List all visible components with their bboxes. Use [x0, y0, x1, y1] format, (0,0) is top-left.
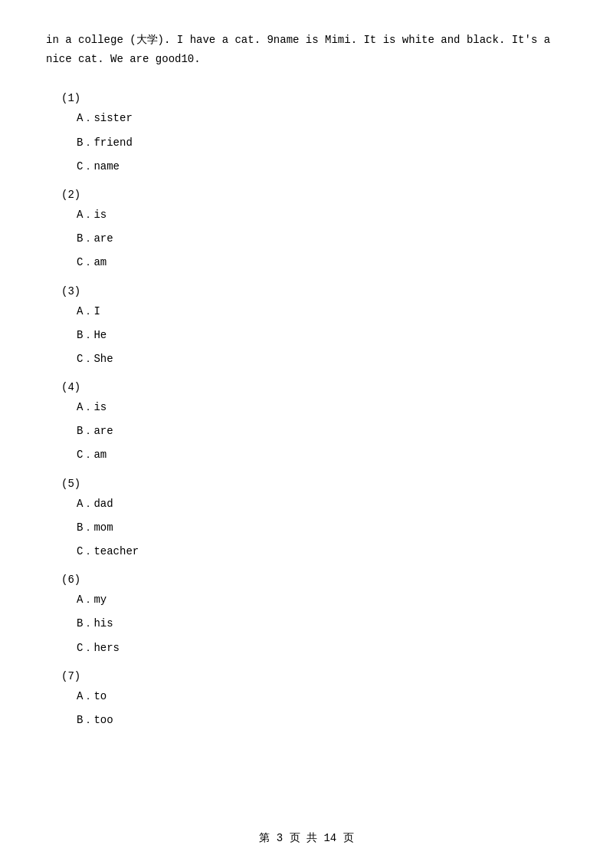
- question-number-2: (2): [61, 189, 567, 201]
- page-footer: 第 3 页 共 14 页: [0, 831, 613, 845]
- question-4-option-1[interactable]: A．is: [77, 398, 567, 417]
- question-4-option-3[interactable]: C．am: [77, 446, 567, 465]
- question-3-option-3[interactable]: C．She: [77, 350, 567, 369]
- question-number-6: (6): [61, 574, 567, 586]
- question-3-option-1[interactable]: A．I: [77, 302, 567, 321]
- question-1-option-1[interactable]: A．sister: [77, 109, 567, 128]
- intro-text: in a college (大学). I have a cat. 9name i…: [46, 31, 567, 69]
- page-content: in a college (大学). I have a cat. 9name i…: [0, 0, 613, 781]
- question-6-option-3[interactable]: C．hers: [77, 639, 567, 658]
- question-number-1: (1): [61, 92, 567, 104]
- question-number-3: (3): [61, 285, 567, 298]
- question-2-option-3[interactable]: C．am: [77, 253, 567, 272]
- question-1-option-2[interactable]: B．friend: [77, 133, 567, 153]
- question-5-option-2[interactable]: B．mom: [77, 518, 567, 538]
- footer-text: 第 3 页 共 14 页: [259, 832, 353, 844]
- question-7-option-1[interactable]: A．to: [77, 687, 567, 706]
- question-2-option-1[interactable]: A．is: [77, 205, 567, 225]
- question-number-5: (5): [61, 478, 567, 490]
- question-2-option-2[interactable]: B．are: [77, 229, 567, 248]
- question-5-option-3[interactable]: C．teacher: [77, 542, 567, 561]
- question-6-option-2[interactable]: B．his: [77, 614, 567, 633]
- question-4-option-2[interactable]: B．are: [77, 422, 567, 441]
- question-3-option-2[interactable]: B．He: [77, 326, 567, 345]
- question-5-option-1[interactable]: A．dad: [77, 495, 567, 514]
- question-number-7: (7): [61, 670, 567, 682]
- question-number-4: (4): [61, 381, 567, 393]
- questions-container: (1)A．sisterB．friendC．name(2)A．isB．areC．a…: [46, 84, 567, 730]
- question-7-option-2[interactable]: B．too: [77, 711, 567, 730]
- question-1-option-3[interactable]: C．name: [77, 157, 567, 176]
- question-6-option-1[interactable]: A．my: [77, 590, 567, 610]
